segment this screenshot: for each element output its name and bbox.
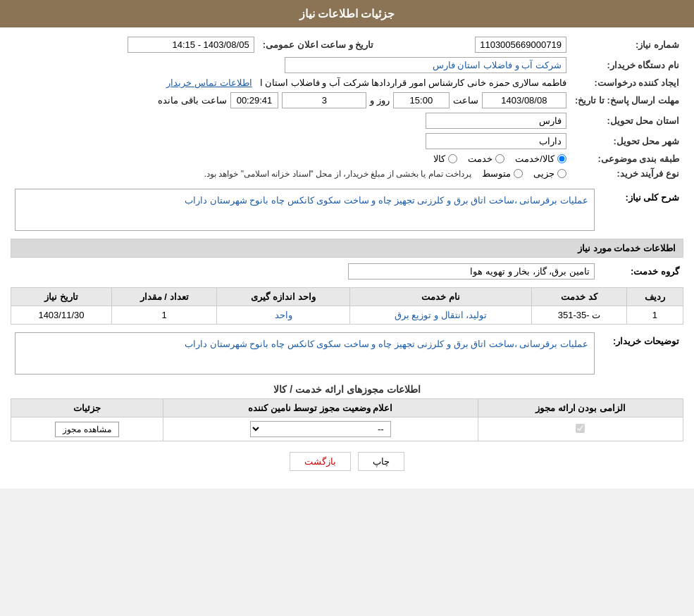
- response-days: 3: [282, 92, 366, 108]
- category-radio-kala[interactable]: کالا: [433, 153, 457, 164]
- response-countdown-label: ساعت باقی مانده: [158, 95, 226, 106]
- cell-date: 1403/11/30: [11, 306, 112, 325]
- category-radio-cell: کالا/خدمت خدمت کالا: [11, 151, 571, 166]
- description-value-cell: عملیات برقرسانی ،ساخت اتاق برق و کلرزنی …: [11, 187, 599, 233]
- category-radio-khadmat[interactable]: خدمت: [468, 153, 504, 164]
- buyer-org-value: شرکت آب و فاضلاب استان فارس: [285, 57, 566, 73]
- need-number-value-cell: 1103005669000719: [388, 34, 570, 55]
- creator-value: فاطمه سالاری حمزه خانی کارشناس امور قرار…: [260, 77, 566, 88]
- back-button[interactable]: بازگشت: [290, 452, 351, 471]
- table-row: 1 ت -35-351 تولید، انتقال و توزیع برق وا…: [11, 306, 683, 325]
- creator-link[interactable]: اطلاعات تماس خریدار: [166, 77, 252, 88]
- perm-details-cell: مشاهده مجوز: [11, 417, 163, 441]
- services-table-header-row: ردیف کد خدمت نام خدمت واحد اندازه گیری ت…: [11, 288, 683, 306]
- need-number-label: شماره نیاز:: [571, 34, 683, 55]
- perm-required-checkbox: [478, 417, 683, 441]
- permissions-section-title: اطلاعات مجوزهای ارائه خدمت / کالا: [11, 384, 683, 395]
- cell-unit: واحد: [217, 306, 349, 325]
- description-value: عملیات برقرسانی ،ساخت اتاق برق و کلرزنی …: [15, 189, 595, 231]
- response-time-label: ساعت: [453, 95, 478, 106]
- col-date: تاریخ نیاز: [11, 288, 112, 306]
- cell-quantity: 1: [111, 306, 216, 325]
- response-countdown: 00:29:41: [230, 92, 279, 108]
- service-group-value-cell: تامین برق، گاز، بخار و تهویه هوا: [11, 261, 599, 282]
- buyer-notes-label: توضیحات خریدار:: [599, 330, 683, 377]
- purchase-radio-jozi[interactable]: جزیی: [533, 168, 566, 179]
- perm-status-cell[interactable]: --دارمندارم: [163, 417, 478, 441]
- announce-date-value-cell: 1403/08/05 - 14:15: [11, 34, 259, 55]
- col-unit: واحد اندازه گیری: [217, 288, 349, 306]
- response-day-label: روز و: [370, 95, 390, 106]
- buyer-org-value-cell: شرکت آب و فاضلاب استان فارس: [11, 55, 571, 75]
- buyer-org-label: نام دستگاه خریدار:: [571, 55, 683, 75]
- province-label: استان محل تحویل:: [571, 111, 683, 131]
- cell-service-code: ت -35-351: [532, 306, 627, 325]
- perm-table-header-row: الزامی بودن ارائه مجوز اعلام وضعیت مجوز …: [11, 399, 683, 417]
- service-group-value: تامین برق، گاز، بخار و تهویه هوا: [348, 263, 595, 279]
- perm-col-status: اعلام وضعیت مجوز توسط نامین کننده: [163, 399, 478, 417]
- print-button[interactable]: چاپ: [358, 452, 404, 471]
- need-number-value: 1103005669000719: [475, 37, 566, 53]
- col-service-name: نام خدمت: [349, 288, 531, 306]
- city-label: شهر محل تحویل:: [571, 131, 683, 151]
- perm-col-details: جزئیات: [11, 399, 163, 417]
- province-value-cell: فارس: [11, 111, 571, 131]
- services-section-title: اطلاعات خدمات مورد نیاز: [11, 239, 683, 258]
- cell-service-name: تولید، انتقال و توزیع برق: [349, 306, 531, 325]
- perm-table-row: --دارمندارم مشاهده مجوز: [11, 417, 683, 441]
- permissions-table: الزامی بودن ارائه مجوز اعلام وضعیت مجوز …: [11, 398, 683, 441]
- category-radio-kala-khadmat[interactable]: کالا/خدمت: [515, 153, 566, 164]
- creator-value-cell: فاطمه سالاری حمزه خانی کارشناس امور قرار…: [11, 75, 571, 90]
- page-header: جزئیات اطلاعات نیاز: [0, 0, 694, 27]
- service-group-label: گروه خدمت:: [599, 261, 683, 282]
- content-area: شماره نیاز: 1103005669000719 تاریخ و ساع…: [0, 27, 694, 489]
- announce-date-label: تاریخ و ساعت اعلان عمومی:: [259, 34, 388, 55]
- cell-row-num: 1: [626, 306, 683, 325]
- buyer-notes-table: توضیحات خریدار: عملیات برقرسانی ،ساخت ات…: [11, 330, 683, 377]
- description-table: شرح کلی نیاز: عملیات برقرسانی ،ساخت اتاق…: [11, 187, 683, 233]
- service-group-table: گروه خدمت: تامین برق، گاز، بخار و تهویه …: [11, 261, 683, 282]
- buyer-notes-value-cell: عملیات برقرسانی ،ساخت اتاق برق و کلرزنی …: [11, 330, 599, 377]
- response-deadline-label: مهلت ارسال پاسخ: تا تاریخ:: [571, 90, 683, 111]
- col-row-num: ردیف: [626, 288, 683, 306]
- services-data-table: ردیف کد خدمت نام خدمت واحد اندازه گیری ت…: [11, 287, 683, 325]
- page-container: جزئیات اطلاعات نیاز شماره نیاز: 11030056…: [0, 0, 694, 489]
- purchase-note: پرداخت تمام یا بخشی از مبلغ خریدار، از م…: [204, 169, 471, 179]
- col-quantity: تعداد / مقدار: [111, 288, 216, 306]
- purchase-type-cell: جزیی متوسط پرداخت تمام یا بخشی از مبلغ خ…: [11, 166, 571, 181]
- response-deadline-row: 1403/08/08 ساعت 15:00 روز و 3 00:29:41 س…: [11, 90, 571, 111]
- perm-col-required: الزامی بودن ارائه مجوز: [478, 399, 683, 417]
- buyer-notes-value: عملیات برقرسانی ،ساخت اتاق برق و کلرزنی …: [15, 332, 595, 375]
- response-date: 1403/08/08: [482, 92, 566, 108]
- view-permit-button[interactable]: مشاهده مجوز: [55, 422, 118, 437]
- page-title: جزئیات اطلاعات نیاز: [299, 8, 395, 20]
- basic-info-table: شماره نیاز: 1103005669000719 تاریخ و ساع…: [11, 34, 683, 181]
- bottom-buttons: چاپ بازگشت: [11, 452, 683, 471]
- purchase-radio-motavaset[interactable]: متوسط: [482, 168, 523, 179]
- category-label: طبقه بندی موضوعی:: [571, 151, 683, 166]
- perm-status-select[interactable]: --دارمندارم: [250, 421, 391, 437]
- col-service-code: کد خدمت: [532, 288, 627, 306]
- response-time: 15:00: [393, 92, 450, 108]
- city-value: داراب: [426, 133, 566, 149]
- announce-date-value: 1403/08/05 - 14:15: [128, 37, 254, 53]
- city-value-cell: داراب: [11, 131, 571, 151]
- province-value: فارس: [426, 113, 566, 129]
- creator-label: ایجاد کننده درخواست:: [571, 75, 683, 90]
- purchase-type-label: نوع فرآیند خرید:: [571, 166, 683, 181]
- description-label: شرح کلی نیاز:: [599, 187, 683, 233]
